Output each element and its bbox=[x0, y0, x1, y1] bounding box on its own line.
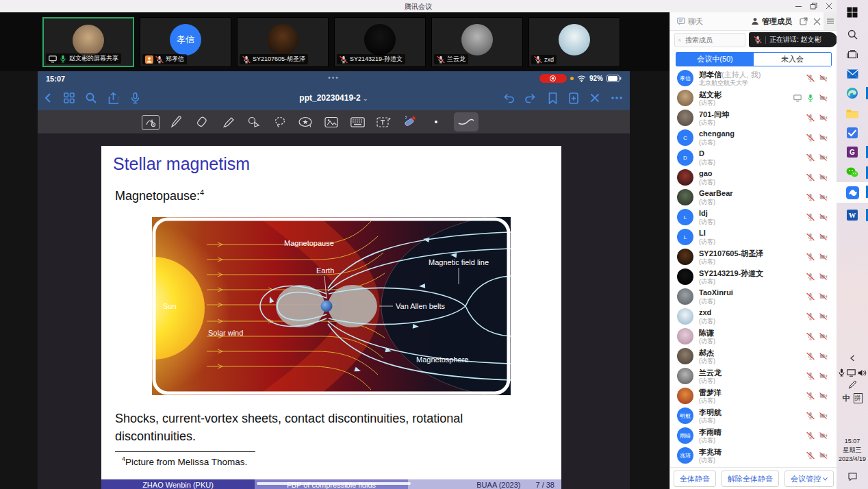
taskbar-search-icon[interactable] bbox=[837, 25, 868, 44]
tab-members[interactable]: 管理成员 bbox=[744, 12, 799, 30]
mic-muted-icon[interactable] bbox=[806, 134, 815, 142]
mute-all-button[interactable]: 全体静音 bbox=[674, 471, 716, 487]
add-page-button[interactable] bbox=[567, 91, 580, 105]
video-tile-4[interactable]: SY2143219-孙道文 bbox=[334, 17, 426, 67]
tab-in-meeting[interactable]: 会议中(50) bbox=[676, 53, 754, 66]
member-row[interactable]: 雨晴李雨晴(访客) bbox=[670, 426, 837, 446]
mic-muted-icon[interactable] bbox=[806, 372, 815, 380]
close-document-button[interactable] bbox=[588, 91, 602, 105]
camera-off-icon[interactable] bbox=[819, 233, 828, 241]
lasso-tool-icon[interactable] bbox=[272, 114, 288, 129]
restore-button[interactable] bbox=[806, 0, 821, 12]
mic-muted-icon[interactable] bbox=[806, 253, 815, 261]
search-input[interactable] bbox=[684, 36, 741, 45]
close-button[interactable] bbox=[821, 0, 837, 12]
member-row[interactable]: 陈谦(访客) bbox=[670, 327, 837, 347]
screen-recording-icon[interactable] bbox=[539, 74, 567, 83]
ime-language[interactable]: 中 bbox=[843, 393, 850, 403]
unmute-all-button[interactable]: 解除全体静音 bbox=[722, 471, 779, 487]
mic-muted-icon[interactable] bbox=[806, 451, 815, 460]
camera-off-icon[interactable] bbox=[819, 94, 828, 102]
eraser-tool-icon[interactable] bbox=[194, 114, 210, 129]
windows-ink-icon[interactable] bbox=[837, 381, 868, 389]
wechat-app-icon[interactable] bbox=[837, 163, 868, 182]
camera-off-icon[interactable] bbox=[819, 273, 828, 281]
word-app-icon[interactable]: W bbox=[837, 205, 868, 225]
member-row[interactable]: DD(访客) bbox=[670, 148, 837, 168]
shapes-tool-icon[interactable] bbox=[246, 114, 262, 129]
camera-off-icon[interactable] bbox=[819, 134, 828, 142]
show-hidden-icons[interactable] bbox=[837, 355, 868, 362]
edge-app-icon[interactable] bbox=[837, 84, 868, 103]
mic-muted-icon[interactable] bbox=[806, 412, 815, 420]
mic-muted-icon[interactable] bbox=[806, 173, 815, 181]
video-tile-1[interactable]: 赵文彬的屏幕共享 bbox=[42, 17, 134, 67]
member-row[interactable]: LLI(访客) bbox=[670, 227, 837, 247]
mic-muted-icon[interactable] bbox=[806, 193, 815, 201]
mail-app-icon[interactable] bbox=[837, 64, 868, 84]
popout-icon[interactable] bbox=[800, 17, 808, 25]
tray-mic-icon[interactable] bbox=[839, 368, 845, 377]
mic-muted-icon[interactable] bbox=[806, 292, 815, 301]
keyboard-icon[interactable] bbox=[349, 114, 366, 129]
camera-off-icon[interactable] bbox=[819, 193, 828, 201]
mic-muted-icon[interactable] bbox=[806, 74, 815, 82]
more-options-button[interactable] bbox=[610, 91, 624, 105]
task-view-icon[interactable] bbox=[837, 45, 868, 64]
annotate-mode-icon[interactable] bbox=[142, 115, 159, 130]
video-tile-6[interactable]: zxd bbox=[528, 17, 620, 67]
tray-volume-icon[interactable] bbox=[858, 369, 867, 377]
camera-off-icon[interactable] bbox=[819, 173, 828, 181]
pen-tool-icon[interactable] bbox=[168, 114, 184, 129]
tray-display-icon[interactable] bbox=[847, 369, 856, 377]
stamp-tool-icon[interactable] bbox=[297, 114, 314, 129]
home-indicator[interactable] bbox=[257, 482, 411, 485]
tab-chat[interactable]: 聊天 bbox=[670, 12, 732, 30]
camera-off-icon[interactable] bbox=[819, 253, 828, 261]
tab-not-joined[interactable]: 未入会 bbox=[754, 53, 831, 66]
mic-muted-icon[interactable] bbox=[806, 352, 815, 360]
member-row[interactable]: TaoXinrui(访客) bbox=[670, 287, 837, 307]
camera-off-icon[interactable] bbox=[819, 431, 828, 440]
mic-muted-icon[interactable] bbox=[806, 213, 815, 221]
mic-muted-icon[interactable] bbox=[806, 153, 815, 162]
start-button[interactable] bbox=[837, 3, 868, 22]
video-tile-2[interactable]: 孝信郑孝信 bbox=[140, 17, 231, 67]
video-tile-5[interactable]: 兰云龙 bbox=[431, 17, 523, 67]
camera-off-icon[interactable] bbox=[819, 372, 828, 380]
member-row[interactable]: Cchengang(访客) bbox=[670, 128, 837, 148]
member-row[interactable]: SY2107605-胡圣泽(访客) bbox=[670, 247, 837, 267]
member-row[interactable]: SY2143219-孙道文(访客) bbox=[670, 267, 837, 287]
ime-mode[interactable]: 拼 bbox=[854, 393, 863, 403]
member-row[interactable]: 兰云龙(访客) bbox=[670, 366, 837, 386]
member-row[interactable]: 雷梦洋(访客) bbox=[670, 386, 837, 406]
member-row[interactable]: 孝信郑孝信(主持人, 我)北京航空航天大学 bbox=[670, 68, 837, 88]
camera-off-icon[interactable] bbox=[819, 114, 828, 122]
member-row[interactable]: GearBear(访客) bbox=[670, 188, 837, 208]
minimize-button[interactable] bbox=[791, 0, 806, 12]
stroke-preview-button[interactable] bbox=[454, 112, 478, 131]
mic-muted-icon[interactable] bbox=[806, 312, 815, 321]
search-input-wrapper[interactable] bbox=[674, 33, 745, 47]
camera-off-icon[interactable] bbox=[819, 312, 828, 321]
undo-button[interactable] bbox=[502, 91, 515, 105]
camera-off-icon[interactable] bbox=[819, 392, 828, 400]
camera-off-icon[interactable] bbox=[819, 74, 828, 82]
member-row[interactable]: zxd(访客) bbox=[670, 307, 837, 327]
video-tile-3[interactable]: SY2107605-胡圣泽 bbox=[237, 17, 329, 67]
notification-center-icon[interactable] bbox=[837, 473, 868, 481]
mic-muted-icon[interactable] bbox=[806, 392, 815, 400]
camera-off-icon[interactable] bbox=[819, 352, 828, 360]
redo-button[interactable] bbox=[524, 91, 537, 105]
member-list[interactable]: 孝信郑孝信(主持人, 我)北京航空航天大学赵文彬(访客)701-闫坤(访客)Cc… bbox=[670, 68, 837, 467]
panel-menu-icon[interactable] bbox=[824, 12, 837, 30]
tray-clock[interactable]: 15:07 星期三 2023/4/19 bbox=[837, 437, 868, 464]
mic-muted-icon[interactable] bbox=[806, 273, 815, 281]
mic-on-icon[interactable] bbox=[806, 94, 815, 102]
file-explorer-icon[interactable] bbox=[837, 104, 868, 123]
camera-off-icon[interactable] bbox=[819, 213, 828, 221]
mic-muted-icon[interactable] bbox=[806, 233, 815, 241]
meeting-control-button[interactable]: 会议管控 bbox=[784, 471, 834, 487]
camera-off-icon[interactable] bbox=[819, 412, 828, 420]
member-row[interactable]: 赵文彬(访客) bbox=[670, 88, 837, 108]
